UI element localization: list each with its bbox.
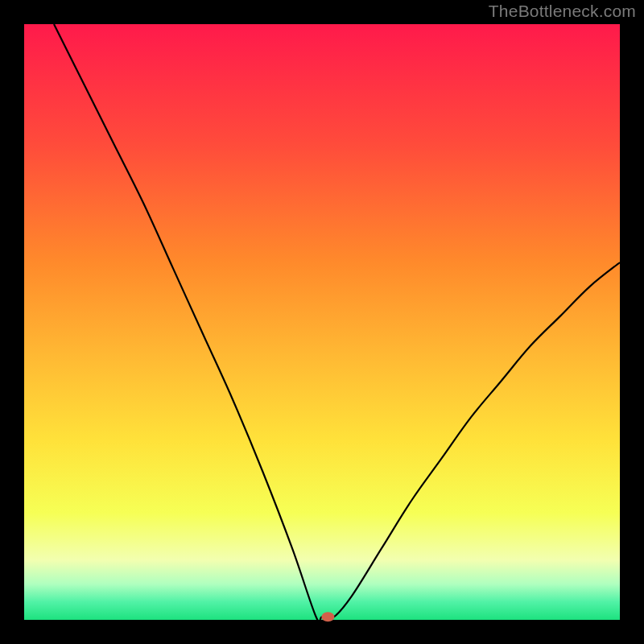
optimal-point-marker xyxy=(321,612,334,621)
chart-root: TheBottleneck.com xyxy=(0,0,644,644)
bottleneck-chart xyxy=(0,0,644,644)
attribution-label: TheBottleneck.com xyxy=(489,2,636,21)
plot-background xyxy=(24,24,620,620)
